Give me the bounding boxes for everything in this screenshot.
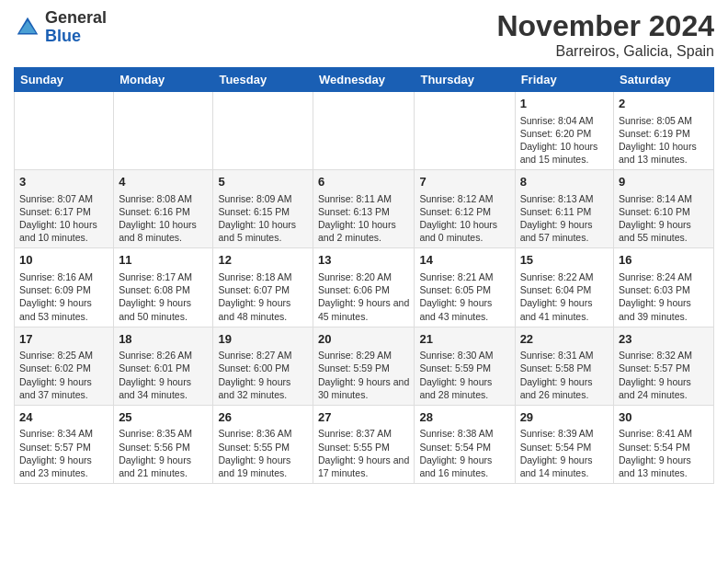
day-number: 25 — [119, 409, 208, 426]
table-row: 4Sunrise: 8:08 AMSunset: 6:16 PMDaylight… — [114, 170, 213, 248]
table-row: 11Sunrise: 8:17 AMSunset: 6:08 PMDayligh… — [114, 248, 213, 327]
day-number: 26 — [218, 409, 308, 426]
table-row: 13Sunrise: 8:20 AMSunset: 6:06 PMDayligh… — [313, 248, 415, 327]
table-row: 9Sunrise: 8:14 AMSunset: 6:10 PMDaylight… — [614, 170, 714, 248]
day-info: Sunrise: 8:07 AMSunset: 6:17 PMDaylight:… — [19, 193, 97, 244]
day-number: 23 — [619, 331, 709, 348]
table-row — [114, 92, 213, 170]
calendar-week-row: 1Sunrise: 8:04 AMSunset: 6:20 PMDaylight… — [15, 92, 714, 170]
col-tuesday: Tuesday — [213, 68, 313, 92]
day-info: Sunrise: 8:04 AMSunset: 6:20 PMDaylight:… — [520, 115, 598, 166]
day-info: Sunrise: 8:20 AMSunset: 6:06 PMDaylight:… — [318, 271, 409, 322]
calendar-week-row: 17Sunrise: 8:25 AMSunset: 6:02 PMDayligh… — [15, 327, 714, 405]
day-number: 9 — [619, 174, 709, 190]
day-number: 1 — [520, 96, 609, 112]
table-row — [213, 92, 313, 170]
col-monday: Monday — [114, 68, 213, 92]
table-row: 24Sunrise: 8:34 AMSunset: 5:57 PMDayligh… — [15, 405, 114, 483]
table-row: 15Sunrise: 8:22 AMSunset: 6:04 PMDayligh… — [515, 248, 613, 327]
day-info: Sunrise: 8:12 AMSunset: 6:12 PMDaylight:… — [419, 193, 497, 244]
day-info: Sunrise: 8:29 AMSunset: 5:59 PMDaylight:… — [318, 350, 409, 400]
day-info: Sunrise: 8:35 AMSunset: 5:56 PMDaylight:… — [119, 428, 192, 478]
day-info: Sunrise: 8:26 AMSunset: 6:01 PMDaylight:… — [119, 350, 192, 400]
col-wednesday: Wednesday — [313, 68, 415, 92]
day-info: Sunrise: 8:39 AMSunset: 5:54 PMDaylight:… — [520, 428, 594, 478]
table-row: 10Sunrise: 8:16 AMSunset: 6:09 PMDayligh… — [15, 248, 114, 327]
logo-icon — [14, 14, 41, 41]
location: Barreiros, Galicia, Spain — [496, 43, 714, 60]
day-info: Sunrise: 8:24 AMSunset: 6:03 PMDaylight:… — [619, 271, 692, 322]
day-info: Sunrise: 8:14 AMSunset: 6:10 PMDaylight:… — [619, 193, 692, 244]
calendar-week-row: 10Sunrise: 8:16 AMSunset: 6:09 PMDayligh… — [15, 248, 714, 327]
day-number: 5 — [218, 174, 308, 190]
table-row: 1Sunrise: 8:04 AMSunset: 6:20 PMDaylight… — [515, 92, 613, 170]
day-info: Sunrise: 8:18 AMSunset: 6:07 PMDaylight:… — [218, 271, 291, 322]
day-info: Sunrise: 8:32 AMSunset: 5:57 PMDaylight:… — [619, 350, 692, 400]
day-info: Sunrise: 8:36 AMSunset: 5:55 PMDaylight:… — [218, 428, 291, 478]
day-info: Sunrise: 8:37 AMSunset: 5:55 PMDaylight:… — [318, 428, 409, 478]
table-row: 16Sunrise: 8:24 AMSunset: 6:03 PMDayligh… — [614, 248, 714, 327]
day-number: 8 — [520, 174, 609, 190]
table-row: 23Sunrise: 8:32 AMSunset: 5:57 PMDayligh… — [614, 327, 714, 405]
table-row: 7Sunrise: 8:12 AMSunset: 6:12 PMDaylight… — [415, 170, 515, 248]
day-number: 10 — [19, 252, 108, 269]
day-number: 7 — [419, 174, 509, 190]
table-row: 22Sunrise: 8:31 AMSunset: 5:58 PMDayligh… — [515, 327, 613, 405]
month-title: November 2024 — [496, 9, 714, 43]
day-info: Sunrise: 8:30 AMSunset: 5:59 PMDaylight:… — [419, 350, 493, 400]
table-row: 12Sunrise: 8:18 AMSunset: 6:07 PMDayligh… — [213, 248, 313, 327]
day-number: 13 — [318, 252, 409, 269]
day-info: Sunrise: 8:08 AMSunset: 6:16 PMDaylight:… — [119, 193, 197, 244]
day-number: 3 — [19, 174, 108, 190]
col-friday: Friday — [515, 68, 613, 92]
col-thursday: Thursday — [415, 68, 515, 92]
table-row: 30Sunrise: 8:41 AMSunset: 5:54 PMDayligh… — [614, 405, 714, 483]
day-number: 4 — [119, 174, 208, 190]
day-info: Sunrise: 8:31 AMSunset: 5:58 PMDaylight:… — [520, 350, 594, 400]
table-row: 28Sunrise: 8:38 AMSunset: 5:54 PMDayligh… — [415, 405, 515, 483]
day-info: Sunrise: 8:25 AMSunset: 6:02 PMDaylight:… — [19, 350, 93, 400]
calendar: Sunday Monday Tuesday Wednesday Thursday… — [14, 67, 714, 484]
table-row: 2Sunrise: 8:05 AMSunset: 6:19 PMDaylight… — [614, 92, 714, 170]
day-number: 29 — [520, 409, 609, 426]
table-row: 19Sunrise: 8:27 AMSunset: 6:00 PMDayligh… — [213, 327, 313, 405]
table-row: 8Sunrise: 8:13 AMSunset: 6:11 PMDaylight… — [515, 170, 613, 248]
table-row — [415, 92, 515, 170]
table-row: 25Sunrise: 8:35 AMSunset: 5:56 PMDayligh… — [114, 405, 213, 483]
calendar-header-row: Sunday Monday Tuesday Wednesday Thursday… — [15, 68, 714, 92]
table-row: 18Sunrise: 8:26 AMSunset: 6:01 PMDayligh… — [114, 327, 213, 405]
table-row: 20Sunrise: 8:29 AMSunset: 5:59 PMDayligh… — [313, 327, 415, 405]
table-row: 6Sunrise: 8:11 AMSunset: 6:13 PMDaylight… — [313, 170, 415, 248]
day-number: 15 — [520, 252, 609, 269]
table-row: 21Sunrise: 8:30 AMSunset: 5:59 PMDayligh… — [415, 327, 515, 405]
day-number: 17 — [19, 331, 108, 348]
day-info: Sunrise: 8:16 AMSunset: 6:09 PMDaylight:… — [19, 271, 93, 322]
logo-general: General — [45, 9, 107, 28]
day-info: Sunrise: 8:27 AMSunset: 6:00 PMDaylight:… — [218, 350, 291, 400]
calendar-week-row: 3Sunrise: 8:07 AMSunset: 6:17 PMDaylight… — [15, 170, 714, 248]
title-section: November 2024 Barreiros, Galicia, Spain — [496, 9, 714, 60]
table-row: 14Sunrise: 8:21 AMSunset: 6:05 PMDayligh… — [415, 248, 515, 327]
day-number: 20 — [318, 331, 409, 348]
day-number: 19 — [218, 331, 308, 348]
day-info: Sunrise: 8:17 AMSunset: 6:08 PMDaylight:… — [119, 271, 192, 322]
table-row: 5Sunrise: 8:09 AMSunset: 6:15 PMDaylight… — [213, 170, 313, 248]
table-row: 27Sunrise: 8:37 AMSunset: 5:55 PMDayligh… — [313, 405, 415, 483]
day-info: Sunrise: 8:22 AMSunset: 6:04 PMDaylight:… — [520, 271, 594, 322]
day-number: 12 — [218, 252, 308, 269]
table-row — [313, 92, 415, 170]
table-row: 3Sunrise: 8:07 AMSunset: 6:17 PMDaylight… — [15, 170, 114, 248]
day-info: Sunrise: 8:38 AMSunset: 5:54 PMDaylight:… — [419, 428, 493, 478]
day-info: Sunrise: 8:09 AMSunset: 6:15 PMDaylight:… — [218, 193, 296, 244]
table-row: 26Sunrise: 8:36 AMSunset: 5:55 PMDayligh… — [213, 405, 313, 483]
day-info: Sunrise: 8:34 AMSunset: 5:57 PMDaylight:… — [19, 428, 93, 478]
day-number: 18 — [119, 331, 208, 348]
day-number: 16 — [619, 252, 709, 269]
day-number: 30 — [619, 409, 709, 426]
logo-text: General Blue — [45, 9, 107, 46]
table-row — [15, 92, 114, 170]
col-sunday: Sunday — [15, 68, 114, 92]
header: General Blue November 2024 Barreiros, Ga… — [14, 9, 714, 60]
col-saturday: Saturday — [614, 68, 714, 92]
day-info: Sunrise: 8:41 AMSunset: 5:54 PMDaylight:… — [619, 428, 692, 478]
